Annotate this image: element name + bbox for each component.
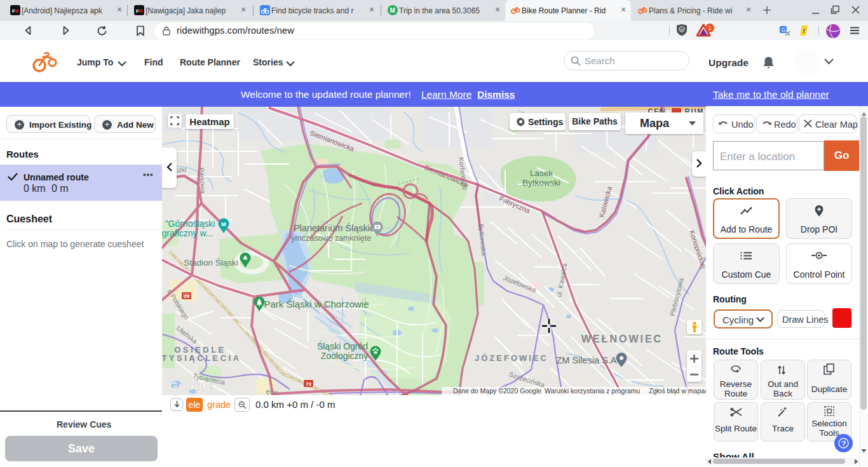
svg-text:Siemianowicka: Siemianowicka [309,129,356,153]
svg-text:Zoologiczny: Zoologiczny [321,351,369,361]
svg-text:Dane do Mapy ©2020 Google: Dane do Mapy ©2020 Google [453,387,541,395]
svg-text:?: ? [842,440,846,447]
svg-text:Lasek: Lasek [530,168,553,178]
svg-text:Fabryczna: Fabryczna [498,194,532,215]
svg-text:ZM Silesia S.A: ZM Silesia S.A [556,355,616,365]
svg-text:G: G [782,27,786,33]
svg-text:Bytkowska: Bytkowska [477,224,488,256]
svg-text:"Górnośląski: "Górnośląski [165,219,215,229]
svg-text:Warunki korzystania z programu: Warunki korzystania z programu [545,387,640,395]
svg-text:ul. Kawalca: ul. Kawalca [555,262,568,297]
svg-text:Parkowa: Parkowa [198,167,207,194]
svg-text:Stadion Śląski: Stadion Śląski [184,258,238,267]
svg-text:Katowicka: Katowicka [597,185,613,218]
svg-text:WEŁNOWIEC: WEŁNOWIEC [581,334,663,344]
svg-text:79: 79 [184,294,189,299]
svg-text:R: R [15,8,19,14]
svg-text:Google: Google [168,379,214,393]
svg-text:Planetarium Śląskie: Planetarium Śląskie [294,222,375,233]
svg-text:R: R [139,8,143,14]
svg-text:Śląski Ogród: Śląski Ogród [317,341,368,351]
svg-text:TYSIĄCLECIA: TYSIĄCLECIA [162,353,241,363]
svg-text:Plebiscytowa: Plebiscytowa [668,277,685,317]
svg-text:JÓZEFOWIEC: JÓZEFOWIEC [475,353,548,363]
svg-text:ymczasowo zamknięte: ymczasowo zamknięte [291,234,371,243]
svg-text:Józefowska: Józefowska [502,274,538,294]
svg-text:79: 79 [306,381,311,387]
svg-text:M: M [390,7,395,14]
svg-text:Park Śląski w Chorzowie: Park Śląski w Chorzowie [264,299,369,309]
svg-text:1: 1 [709,25,712,31]
svg-text:ęcie: ęcie [266,387,279,395]
svg-text:graficzny w...: graficzny w... [162,228,213,238]
svg-text:l: l [803,27,805,34]
svg-text:Konopnickiej: Konopnickiej [688,229,706,269]
svg-text:M: M [221,221,226,227]
svg-text:Szczecińska: Szczecińska [508,370,545,388]
svg-text:Zgłoś błąd w mapach: Zgłoś błąd w mapach [649,387,706,395]
svg-text:Ułańska: Ułańska [175,324,199,345]
svg-text:Bytkowski: Bytkowski [522,178,560,187]
